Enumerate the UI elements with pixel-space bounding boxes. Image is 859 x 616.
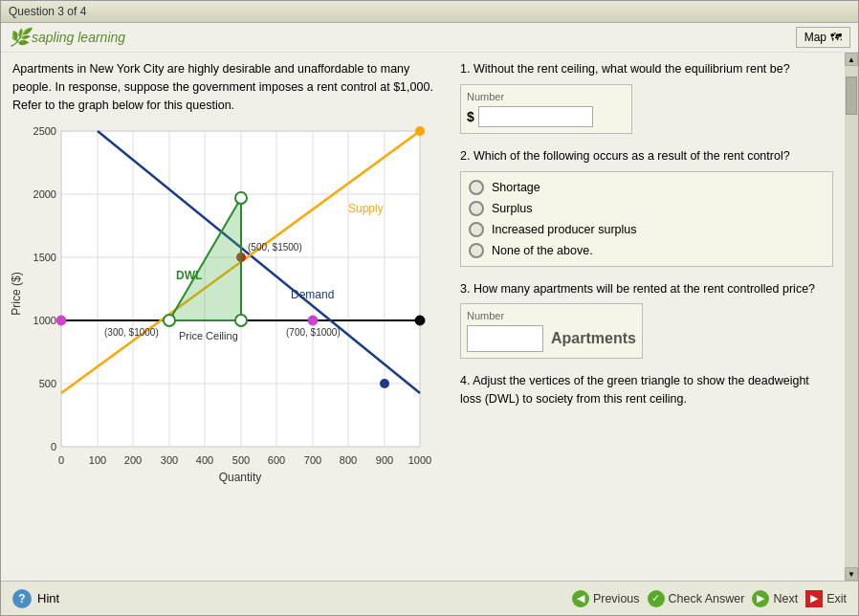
next-button[interactable]: ▶ Next — [752, 590, 798, 607]
question-2-block: 2. Which of the following occurs as a re… — [460, 147, 833, 267]
svg-text:Quantity: Quantity — [219, 471, 262, 484]
radio-surplus[interactable] — [469, 201, 484, 216]
q3-number-input[interactable] — [467, 325, 543, 352]
svg-point-45 — [380, 379, 389, 388]
svg-text:1000: 1000 — [33, 315, 56, 326]
question-1-text: 1. Without the rent ceiling, what would … — [460, 60, 833, 78]
option-shortage[interactable]: Shortage — [469, 180, 825, 195]
option-increased-producer[interactable]: Increased producer surplus — [469, 222, 825, 237]
svg-text:(300, $1000): (300, $1000) — [104, 327, 159, 338]
previous-button[interactable]: ◀ Previous — [572, 590, 640, 607]
main-content: 🌿 sapling learning Map 🗺 Apartments in N… — [1, 23, 858, 615]
q1-input-box: Number $ — [460, 84, 632, 134]
previous-label: Previous — [593, 592, 640, 605]
option-increased-producer-label: Increased producer surplus — [492, 223, 636, 236]
q3-input-box: Number Apartments — [460, 303, 643, 359]
q2-text: Which of the following occurs as a resul… — [474, 149, 790, 163]
check-answer-label: Check Answer — [669, 592, 745, 605]
svg-text:Price Ceiling: Price Ceiling — [179, 330, 238, 341]
scrollbar[interactable]: ▲ ▼ — [845, 53, 858, 581]
next-icon: ▶ — [752, 590, 769, 607]
svg-text:1000: 1000 — [408, 454, 431, 466]
hint-icon: ? — [12, 589, 32, 608]
bottom-bar: ? Hint ◀ Previous ✓ Check Answer ▶ Next … — [1, 581, 858, 615]
svg-point-48 — [415, 126, 425, 136]
svg-text:2500: 2500 — [33, 125, 56, 137]
option-none[interactable]: None of the above. — [469, 243, 825, 258]
svg-text:500: 500 — [39, 378, 56, 389]
nav-buttons: ◀ Previous ✓ Check Answer ▶ Next ▶ Exit — [572, 590, 847, 607]
exit-label: Exit — [826, 592, 847, 605]
svg-text:1500: 1500 — [33, 252, 56, 263]
content-area: Apartments in New York City are highly d… — [1, 53, 845, 581]
scroll-down-arrow[interactable]: ▼ — [845, 567, 858, 581]
svg-text:(700, $1000): (700, $1000) — [286, 327, 341, 338]
svg-text:Demand: Demand — [291, 288, 334, 301]
option-shortage-label: Shortage — [492, 181, 540, 194]
q1-input-label: Number — [467, 91, 626, 102]
logo-text: sapling learning — [32, 30, 125, 45]
svg-text:(500, $1500): (500, $1500) — [248, 242, 302, 253]
scroll-up-arrow[interactable]: ▲ — [845, 53, 858, 66]
svg-point-56 — [235, 315, 247, 326]
svg-text:800: 800 — [340, 454, 357, 466]
svg-text:Price ($): Price ($) — [10, 273, 23, 316]
q3-text: How many apartments will be rented at th… — [474, 282, 815, 296]
svg-point-40 — [308, 316, 318, 325]
dollar-sign: $ — [467, 109, 474, 124]
next-label: Next — [773, 592, 798, 605]
title-bar: Question 3 of 4 — [1, 1, 858, 23]
svg-point-41 — [415, 316, 425, 325]
svg-text:300: 300 — [161, 454, 178, 466]
option-surplus[interactable]: Surplus — [469, 201, 825, 216]
description-text: Apartments in New York City are highly d… — [9, 60, 449, 114]
question-3-block: 3. How many apartments will be rented at… — [460, 280, 833, 360]
radio-increased-producer[interactable] — [469, 222, 484, 237]
option-surplus-label: Surplus — [492, 202, 532, 215]
svg-text:200: 200 — [124, 454, 142, 466]
logo: 🌿 sapling learning — [9, 27, 125, 48]
check-icon: ✓ — [648, 590, 665, 607]
radio-none[interactable] — [469, 243, 484, 258]
svg-text:2000: 2000 — [33, 188, 56, 200]
svg-point-38 — [56, 316, 66, 325]
q1-number: 1. — [460, 62, 474, 76]
svg-text:900: 900 — [376, 454, 393, 466]
q2-number: 2. — [460, 149, 474, 163]
main-window: Question 3 of 4 🌿 sapling learning Map 🗺… — [0, 0, 859, 616]
previous-icon: ◀ — [572, 590, 589, 607]
q1-number-input[interactable] — [478, 106, 593, 127]
apartments-unit-label: Apartments — [551, 330, 636, 347]
map-button[interactable]: Map 🗺 — [796, 27, 850, 48]
q4-number: 4. — [460, 374, 473, 387]
logo-leaf-icon: 🌿 — [9, 27, 30, 48]
radio-shortage[interactable] — [469, 180, 484, 195]
svg-text:400: 400 — [196, 454, 213, 466]
scroll-thumb[interactable] — [846, 77, 857, 115]
question-4-text: 4. Adjust the vertices of the green tria… — [460, 372, 833, 408]
exit-icon: ▶ — [805, 590, 823, 607]
q3-number: 3. — [460, 282, 474, 296]
left-panel: Apartments in New York City are highly d… — [9, 60, 449, 573]
q1-input-row: $ — [467, 106, 626, 127]
question-2-text: 2. Which of the following occurs as a re… — [460, 147, 833, 165]
hint-area[interactable]: ? Hint — [12, 589, 59, 608]
q1-text: Without the rent ceiling, what would the… — [474, 62, 790, 76]
svg-text:0: 0 — [58, 454, 64, 466]
svg-point-54 — [235, 192, 247, 204]
right-panel: 1. Without the rent ceiling, what would … — [456, 60, 837, 573]
map-label: Map — [804, 31, 826, 44]
question-4-block: 4. Adjust the vertices of the green tria… — [460, 372, 833, 414]
scroll-track — [845, 66, 858, 567]
hint-label[interactable]: Hint — [37, 591, 59, 605]
question-1-block: 1. Without the rent ceiling, what would … — [460, 60, 833, 134]
exit-button[interactable]: ▶ Exit — [805, 590, 847, 607]
svg-text:DWL: DWL — [176, 269, 202, 282]
svg-text:600: 600 — [268, 454, 285, 466]
top-bar: 🌿 sapling learning Map 🗺 — [1, 23, 858, 53]
check-answer-button[interactable]: ✓ Check Answer — [648, 590, 745, 607]
title-label: Question 3 of 4 — [9, 5, 86, 18]
svg-text:100: 100 — [89, 454, 106, 466]
svg-point-55 — [164, 315, 175, 326]
svg-text:0: 0 — [51, 441, 56, 452]
